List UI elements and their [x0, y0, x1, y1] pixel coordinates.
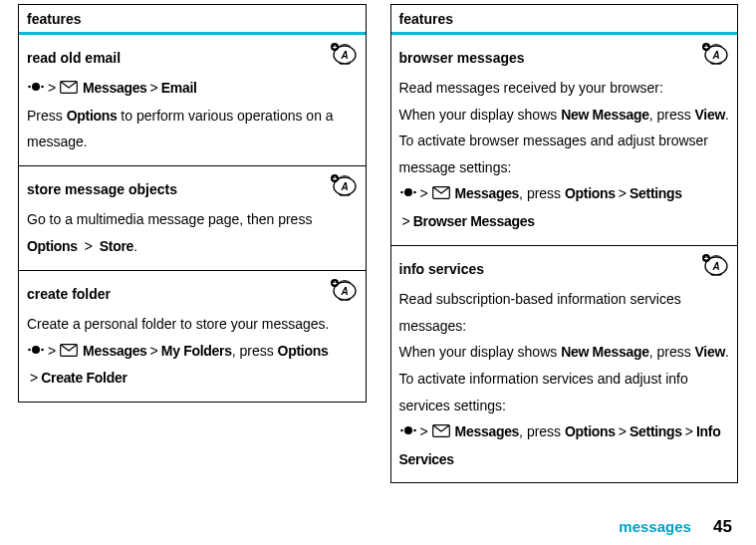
operator-badge-icon: A+: [701, 254, 729, 276]
feature-cell: A+read old email> Messages>EmailPress Op…: [19, 35, 366, 165]
svg-point-34: [413, 429, 416, 432]
feature-title: info services: [399, 256, 730, 283]
svg-text:+: +: [704, 254, 709, 263]
feature-cell: A+browser messagesRead messages received…: [391, 35, 738, 245]
text-run: >: [81, 238, 97, 254]
center-key-icon: [400, 419, 416, 446]
menu-item-label: Messages: [83, 343, 147, 359]
svg-text:A: A: [711, 260, 719, 271]
path-separator: >: [48, 80, 56, 96]
text-run: View: [695, 344, 725, 360]
navigation-path: >Browser Messages: [399, 208, 730, 235]
feature-title: create folder: [27, 281, 358, 308]
menu-item-label: Options: [278, 343, 329, 359]
text-run: Store: [100, 238, 133, 254]
feature-text-line: Read messages received by your browser:: [399, 75, 730, 102]
envelope-icon: [432, 181, 450, 208]
text-run: , press: [649, 107, 695, 123]
navigation-path: > Messages, press Options>Settings>Info …: [399, 418, 730, 472]
menu-item-label: Messages: [455, 423, 520, 439]
menu-item-label: Email: [161, 80, 197, 96]
navigation-path: > Messages>My Folders, press Options: [27, 338, 358, 366]
operator-badge-icon: A+: [330, 279, 358, 301]
svg-text:A: A: [711, 49, 719, 60]
feature-cell: A+info servicesRead subscription-based i…: [391, 245, 738, 483]
feature-text-line: When your display shows New Message, pre…: [399, 102, 730, 129]
feature-text-line: To activate information services and adj…: [399, 366, 730, 418]
text-run: Press: [27, 108, 67, 124]
path-separator: >: [619, 185, 627, 201]
center-key-icon: [28, 76, 44, 103]
text-run: , press: [649, 344, 695, 360]
envelope-icon: [60, 339, 78, 366]
svg-point-17: [28, 349, 31, 352]
text-run: .: [133, 238, 137, 254]
text-run: .: [725, 107, 729, 123]
path-separator: >: [150, 343, 158, 359]
svg-text:+: +: [704, 43, 709, 52]
menu-item-label: Messages: [83, 80, 147, 96]
features-table-right: features A+browser messagesRead messages…: [390, 4, 739, 483]
operator-badge-icon: A+: [330, 43, 358, 65]
path-separator: >: [48, 343, 56, 359]
envelope-icon: [432, 419, 450, 446]
operator-badge-icon: A+: [330, 174, 358, 196]
feature-cell: A+create folderCreate a personal folder …: [19, 270, 366, 402]
navigation-path: >Create Folder: [27, 365, 358, 392]
text-run: When your display shows: [399, 344, 562, 360]
operator-badge-icon: A+: [701, 43, 729, 65]
left-column: features A+read old email> Messages>Emai…: [18, 4, 367, 483]
center-key-icon: [28, 339, 44, 366]
path-separator: >: [30, 370, 38, 386]
menu-item-label: Settings: [630, 423, 682, 439]
svg-text:A: A: [340, 285, 348, 296]
footer-page-number: 45: [713, 517, 732, 536]
svg-point-16: [32, 346, 40, 354]
path-separator: >: [402, 213, 410, 229]
svg-point-32: [404, 426, 412, 434]
feature-title: read old email: [27, 45, 358, 72]
text-run: New Message: [561, 107, 649, 123]
text-run: Read subscription-based information serv…: [399, 291, 681, 334]
text-run: , press: [232, 343, 278, 359]
menu-item-label: My Folders: [161, 343, 232, 359]
svg-point-4: [32, 83, 40, 91]
svg-point-18: [41, 349, 44, 352]
svg-text:+: +: [332, 279, 337, 288]
feature-text-line: Create a personal folder to store your m…: [27, 311, 358, 338]
text-run: To activate browser messages and adjust …: [399, 133, 708, 175]
feature-title: store message objects: [27, 176, 358, 203]
svg-text:A: A: [340, 180, 348, 191]
table-header: features: [19, 5, 366, 32]
right-column: features A+browser messagesRead messages…: [390, 4, 739, 483]
center-key-icon: [400, 181, 416, 208]
svg-point-5: [28, 86, 31, 89]
menu-item-label: Options: [565, 185, 616, 201]
footer-section-label: messages: [619, 518, 691, 535]
envelope-icon: [60, 76, 78, 103]
navigation-path: > Messages, press Options>Settings: [399, 180, 730, 208]
page-footer: messages 45: [619, 517, 732, 537]
navigation-path: > Messages>Email: [27, 75, 358, 103]
svg-point-24: [404, 188, 412, 196]
text-run: Options: [67, 108, 118, 124]
menu-item-label: Create Folder: [41, 370, 126, 386]
text-run: View: [695, 107, 725, 123]
text-run: Go to a multimedia message page, then pr…: [27, 211, 312, 227]
feature-cell: A+store message objectsGo to a multimedi…: [19, 165, 366, 270]
svg-text:+: +: [332, 43, 337, 52]
feature-text-line: Read subscription-based information serv…: [399, 286, 730, 339]
path-separator: >: [420, 185, 428, 201]
text-run: Options: [27, 238, 78, 254]
svg-point-25: [400, 191, 403, 194]
menu-item-label: Settings: [630, 185, 682, 201]
feature-text-line: When your display shows New Message, pre…: [399, 339, 730, 366]
text-run: .: [725, 344, 729, 360]
feature-title: browser messages: [399, 45, 730, 72]
feature-text-line: Press Options to perform various operati…: [27, 103, 358, 155]
path-separator: >: [420, 423, 428, 439]
path-separator: >: [150, 80, 158, 96]
text-run: New Message: [561, 344, 649, 360]
table-header: features: [391, 5, 738, 32]
feature-text-line: To activate browser messages and adjust …: [399, 128, 730, 180]
